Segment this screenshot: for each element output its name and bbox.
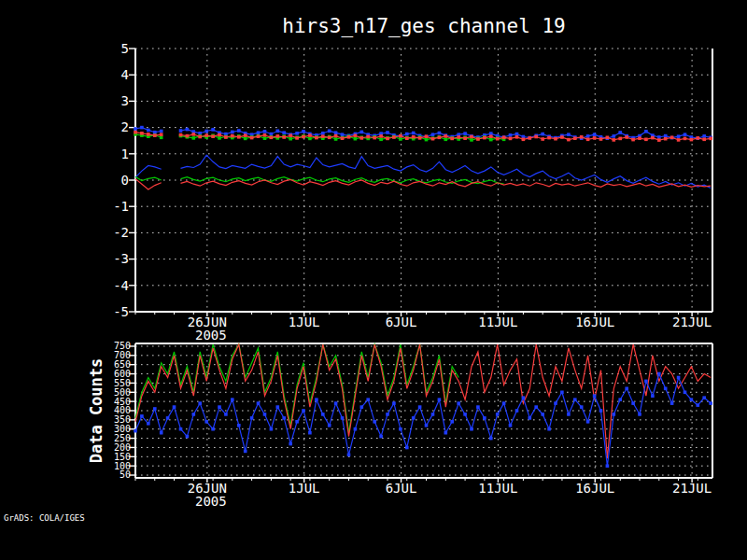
chart-canvas: 543210-1-2-3-4-526JUN20051JUL6JUL11JUL16…	[0, 0, 747, 560]
y-tick-label: 3	[121, 93, 129, 108]
x-tick-label: 1JUL	[289, 481, 320, 496]
y-tick-label: 0	[121, 173, 129, 188]
x-tick-label: 11JUL	[478, 315, 517, 329]
x-tick-label: 6JUL	[386, 481, 417, 496]
x-axis-year-label: 2005	[195, 494, 227, 509]
series-red-counts	[135, 344, 711, 458]
x-axis-year-label: 2005	[195, 328, 227, 343]
y-tick-label: -1	[113, 199, 129, 214]
y-tick-label: 5	[121, 41, 129, 56]
y-tick-label: -2	[113, 225, 129, 240]
y-tick-label: -4	[113, 278, 129, 293]
y-tick-label: 4	[121, 67, 129, 82]
y-tick-label: 2	[121, 119, 129, 134]
y-tick-label: -3	[113, 251, 129, 266]
grads-watermark: GrADS: COLA/IGES	[4, 513, 85, 523]
x-tick-label: 11JUL	[478, 481, 517, 496]
y-tick-label: 50	[120, 469, 131, 480]
chart-title: hirs3_n17_ges channel 19	[135, 15, 712, 37]
x-tick-label: 1JUL	[289, 315, 320, 329]
bottom-panel-y-axis-label: Data Counts	[87, 332, 107, 489]
x-tick-label: 16JUL	[575, 315, 614, 329]
x-tick-label: 6JUL	[386, 315, 417, 329]
y-tick-label: -5	[113, 304, 129, 319]
series-blue-counts	[135, 374, 711, 467]
x-tick-label: 21JUL	[672, 481, 712, 496]
x-tick-label: 21JUL	[672, 315, 712, 329]
x-tick-label: 16JUL	[575, 481, 614, 496]
y-tick-label: 1	[121, 147, 129, 161]
grads-screen: { "watermark": "GrADS: COLA/IGES", "colo…	[0, 0, 747, 560]
